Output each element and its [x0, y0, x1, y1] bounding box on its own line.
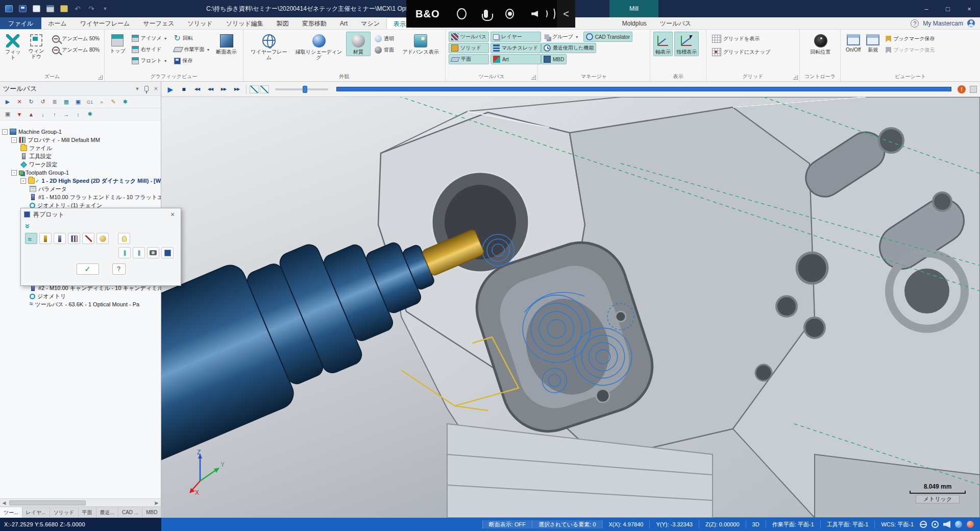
- tab-toolpaths[interactable]: ツールパス: [653, 17, 698, 29]
- tree-item-tool-1[interactable]: #1 - M10.00 フラットエンドミル - 10 フラットエンドミル: [0, 193, 161, 201]
- slider-handle[interactable]: [303, 86, 307, 93]
- material-button[interactable]: 材質: [346, 32, 371, 56]
- new-file-icon[interactable]: [31, 3, 42, 14]
- record-status-icon[interactable]: [967, 521, 974, 528]
- show-grid-button[interactable]: グリッドを表示: [709, 34, 762, 44]
- bookmark-restore-button[interactable]: ブックマーク復元: [883, 45, 937, 55]
- tree-item-properties[interactable]: - プロパティ - Mill Default MM: [0, 136, 161, 144]
- globe-icon[interactable]: [920, 521, 927, 528]
- tab-machine[interactable]: マシン: [354, 17, 386, 29]
- mbd-button[interactable]: MBD: [541, 54, 567, 64]
- snapshot-button[interactable]: [147, 247, 159, 258]
- section-view-button[interactable]: 断面表示: [214, 32, 239, 56]
- go-to-start-button[interactable]: ◀◀: [191, 84, 203, 95]
- tab-solids[interactable]: ソリッド: [181, 17, 219, 29]
- translucent-button[interactable]: 透明: [372, 34, 397, 44]
- step-forward-button[interactable]: ▶▶: [217, 84, 230, 95]
- print-icon[interactable]: [44, 3, 56, 14]
- toggle-toolpath-display[interactable]: ツールパス: [449, 32, 489, 42]
- scroll-right-arrow[interactable]: ▶: [153, 500, 161, 505]
- rotate-view-button[interactable]: ↻ 回転: [172, 33, 213, 43]
- qat-customize-icon[interactable]: ▼: [100, 3, 111, 14]
- panel-chevron-down-icon[interactable]: ▼: [135, 86, 139, 91]
- cad-translator-button[interactable]: CAD Translator: [583, 32, 632, 42]
- pin-icon[interactable]: [144, 86, 149, 91]
- group-manager-button[interactable]: グループ ▼: [541, 32, 581, 42]
- show-tool-toggle[interactable]: [39, 233, 52, 244]
- tab-model-prep[interactable]: ソリッド編集: [219, 17, 270, 29]
- ok-button[interactable]: ✓: [77, 263, 99, 275]
- endpoints-toggle[interactable]: [96, 233, 109, 244]
- stop-button[interactable]: ■: [178, 84, 190, 95]
- tree-item-tool-settings[interactable]: 工具設定: [0, 152, 161, 160]
- g1-post-icon[interactable]: G1: [85, 98, 95, 107]
- speed-slider[interactable]: [275, 88, 328, 90]
- insert-arrow-icon[interactable]: →: [61, 110, 71, 119]
- unzoom-80-button[interactable]: アンズーム 80%: [50, 45, 102, 55]
- collision-alert-icon[interactable]: !: [958, 85, 966, 93]
- tab-moldplus[interactable]: Moldplus: [616, 17, 653, 29]
- tab-transform[interactable]: 変形移動: [296, 17, 333, 29]
- tree-item-files[interactable]: ファイル: [0, 144, 161, 152]
- select-none-icon[interactable]: ✕: [14, 98, 24, 107]
- expand-panel-chevrons-icon[interactable]: »: [24, 224, 31, 228]
- tree-item-machine-group[interactable]: - Machine Group-1: [0, 128, 161, 136]
- mode-3d-toggle[interactable]: 3D: [746, 520, 766, 528]
- panel-tab-planes[interactable]: 平面: [79, 507, 96, 518]
- tplane-selector[interactable]: 工具平面: 平面-1: [820, 520, 875, 528]
- help-button[interactable]: ?: [112, 263, 126, 275]
- close-button[interactable]: ×: [959, 0, 980, 17]
- expander-icon[interactable]: -: [11, 170, 17, 176]
- verify-icon[interactable]: ▦: [61, 98, 71, 107]
- show-pointer-button[interactable]: 指標表示: [674, 32, 699, 56]
- expander-icon[interactable]: -: [2, 129, 8, 135]
- toggle-layer-display[interactable]: レイヤー: [491, 32, 541, 42]
- wireframe-button[interactable]: ワイヤーフレーム: [247, 32, 291, 62]
- y-coordinate-field[interactable]: Y(Y): -3.32343: [649, 520, 699, 528]
- tree-item-parameters[interactable]: パラメータ: [0, 185, 161, 193]
- regen-dirty-icon[interactable]: ↺: [38, 98, 48, 107]
- tree-item-geometry[interactable]: ジオメトリ: [0, 292, 161, 300]
- tree-item-toolpath-file[interactable]: ≈ ツールパス - 63.6K - 1 Optical Mount - Pa: [0, 300, 161, 308]
- toggle-plane-display[interactable]: 平面: [449, 54, 489, 64]
- show-toolpath-toggle[interactable]: ≈: [25, 233, 37, 244]
- toolpath-progress-bar[interactable]: [336, 87, 951, 91]
- maximize-button[interactable]: □: [937, 0, 959, 17]
- tab-art[interactable]: Art: [333, 17, 354, 29]
- wcs-selector[interactable]: WCS: 平面-1: [874, 520, 920, 528]
- sound-icon[interactable]: [943, 521, 950, 528]
- report-icon[interactable]: [58, 3, 69, 14]
- scrollbar-thumb[interactable]: [9, 500, 86, 505]
- advanced-display-button[interactable]: アドバンス表示: [398, 32, 443, 56]
- top-view-button[interactable]: トップ: [108, 32, 128, 55]
- fit-button[interactable]: フィット: [3, 32, 23, 62]
- quick-verify-toggle[interactable]: [68, 233, 80, 244]
- tree-item-toolpath-group[interactable]: - Toolpath Group-1: [0, 168, 161, 177]
- my-mastercam-label[interactable]: My Mastercam: [923, 20, 963, 27]
- panel-close-icon[interactable]: ×: [154, 85, 158, 92]
- select-all-operations-icon[interactable]: ▶: [3, 98, 13, 107]
- play-button[interactable]: ▶: [164, 84, 177, 95]
- tree-item-stock-setup[interactable]: ワーク設定: [0, 160, 161, 168]
- show-holder-toggle[interactable]: [54, 233, 66, 244]
- tab-surfaces[interactable]: サーフェス: [136, 17, 181, 29]
- redo-icon[interactable]: ↷: [86, 3, 97, 14]
- zoom-window-button[interactable]: ウィンドウ: [24, 32, 48, 61]
- section-view-status[interactable]: 断面表示: OFF: [482, 520, 532, 528]
- dialog-launcher-icon[interactable]: [98, 75, 103, 80]
- viewsheet-onoff-button[interactable]: On/Off: [844, 32, 863, 54]
- simulator-icon[interactable]: ▣: [73, 98, 83, 107]
- toggle-art-display[interactable]: Art: [491, 54, 541, 64]
- isometric-view-button[interactable]: アイソメ ▼: [129, 33, 170, 43]
- highfeed-icon[interactable]: ≈: [96, 98, 107, 107]
- microphone-icon[interactable]: [484, 10, 488, 18]
- cplane-selector[interactable]: 作業平面: 平面-1: [766, 520, 820, 528]
- panel-tab-layers[interactable]: レイヤ...: [22, 507, 50, 518]
- viewsheet-new-button[interactable]: 新規: [864, 32, 881, 54]
- panel-tab-cad[interactable]: CAD ...: [118, 507, 142, 518]
- dialog-launcher-icon[interactable]: [531, 75, 536, 80]
- cplane-view-button[interactable]: 作業平面 ▼: [172, 44, 213, 55]
- backside-button[interactable]: 背面: [372, 45, 397, 55]
- recent-functions-button[interactable]: 最近使用した機能: [541, 43, 596, 53]
- panel-tab-recent[interactable]: 最近...: [96, 507, 118, 518]
